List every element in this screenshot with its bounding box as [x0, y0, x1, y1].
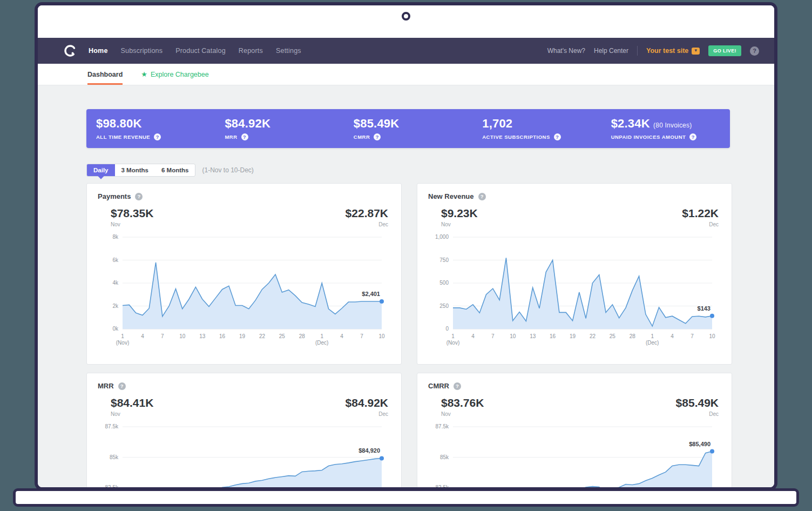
right-stat-label: Dec	[676, 411, 719, 417]
stat-value-main: $2.34K	[611, 117, 650, 130]
right-stat-label: Dec	[346, 221, 388, 227]
nav-link-reports[interactable]: Reports	[239, 47, 263, 55]
stat-label: ALL TIME REVENUE	[96, 134, 150, 140]
stat-value: $84.92K	[225, 117, 343, 131]
help-center-link[interactable]: Help Center	[594, 47, 628, 55]
last-point-dot	[380, 299, 384, 304]
help-question-icon[interactable]: ?	[554, 133, 561, 140]
svg-text:6k: 6k	[112, 257, 119, 263]
stat-value: $85.49K	[354, 117, 472, 131]
active-tab-underline	[87, 83, 123, 85]
stat-label: ACTIVE SUBSCRIPTIONS	[482, 134, 550, 140]
last-point-dot	[380, 456, 384, 460]
svg-text:4: 4	[340, 333, 343, 339]
nav-link-settings[interactable]: Settings	[276, 47, 301, 55]
help-question-icon[interactable]: ?	[241, 133, 248, 140]
time-filter-row: Daily 3 Months 6 Months (1-Nov to 10-Dec…	[86, 164, 730, 177]
stat-value: $98.80K	[96, 117, 215, 131]
help-question-icon[interactable]: ?	[478, 193, 486, 200]
stat-label: UNPAID INVOICES AMOUNT	[611, 134, 686, 140]
filter-3-months-button[interactable]: 3 Months	[115, 164, 155, 176]
screen-top-blank	[38, 5, 774, 38]
svg-text:7: 7	[491, 333, 495, 339]
device-camera-dot	[402, 12, 410, 21]
help-question-icon[interactable]: ?	[454, 382, 461, 390]
site-selector-dropdown[interactable]: Your test site ▼	[646, 47, 700, 55]
card-left-stat: $84.41K Nov	[111, 396, 153, 417]
chart-svg: 02505007501,0001(Nov)47101316192225281(D…	[428, 232, 721, 348]
svg-text:4: 4	[671, 333, 674, 339]
chargebee-logo-icon[interactable]	[64, 44, 77, 57]
whats-new-link[interactable]: What's New?	[547, 47, 585, 55]
card-title: New Revenue	[428, 192, 474, 200]
left-stat-label: Nov	[441, 221, 478, 227]
tab-dashboard-label: Dashboard	[87, 71, 123, 78]
svg-text:2k: 2k	[112, 303, 119, 309]
left-stat-value: $9.23K	[441, 207, 478, 220]
dashboard-content: $98.80K ALL TIME REVENUE ? $84.92K MRR ?…	[38, 85, 774, 490]
selected-pointer	[98, 173, 104, 179]
go-live-button[interactable]: GO LIVE!	[708, 45, 741, 56]
svg-text:(Dec): (Dec)	[315, 340, 328, 346]
device-screen-frame: Home Subscriptions Product Catalog Repor…	[35, 2, 777, 490]
filter-daily-button[interactable]: Daily	[87, 164, 115, 176]
filter-6-months-button[interactable]: 6 Months	[155, 164, 195, 176]
right-stat-label: Dec	[682, 221, 719, 227]
help-question-icon[interactable]: ?	[750, 46, 759, 56]
card-right-stat: $85.49K Dec	[676, 396, 719, 417]
svg-text:28: 28	[630, 333, 636, 339]
chart-svg: 80k82.5k85k87.5k1(Nov)47101316192225281(…	[98, 421, 390, 490]
svg-text:0: 0	[445, 326, 449, 332]
svg-text:7: 7	[360, 333, 363, 339]
svg-text:(Dec): (Dec)	[646, 340, 659, 346]
svg-text:25: 25	[279, 333, 286, 339]
navbar-right-group: What's New? Help Center Your test site ▼…	[547, 45, 759, 56]
nav-link-home[interactable]: Home	[89, 47, 108, 55]
charts-grid: Payments ? $78.35K Nov $22.87K Dec 0k2k4…	[86, 183, 730, 490]
svg-text:28: 28	[299, 333, 306, 339]
card-left-stat: $9.23K Nov	[441, 207, 478, 227]
svg-text:10: 10	[709, 333, 715, 339]
svg-text:7: 7	[691, 333, 694, 339]
stat-cmrr: $85.49K CMRR ?	[344, 117, 472, 140]
svg-text:85k: 85k	[110, 454, 119, 460]
tab-dashboard[interactable]: Dashboard	[87, 64, 123, 85]
left-stat-label: Nov	[441, 411, 484, 417]
payments-card: Payments ? $78.35K Nov $22.87K Dec 0k2k4…	[86, 183, 402, 365]
help-question-icon[interactable]: ?	[154, 133, 161, 140]
svg-text:4: 4	[141, 333, 144, 339]
right-stat-label: Dec	[346, 411, 388, 417]
help-question-icon[interactable]: ?	[689, 133, 696, 140]
svg-text:8k: 8k	[112, 234, 119, 240]
left-stat-value: $78.35K	[111, 207, 153, 220]
right-stat-value: $85.49K	[676, 396, 719, 409]
explore-chargebee-link[interactable]: ★ Explore Chargebee	[141, 70, 208, 78]
last-point-dot	[710, 314, 714, 318]
time-range-segmented-control: Daily 3 Months 6 Months	[86, 164, 195, 177]
nav-link-product-catalog[interactable]: Product Catalog	[175, 47, 226, 55]
help-question-icon[interactable]: ?	[118, 382, 126, 390]
right-stat-value: $22.87K	[346, 207, 388, 220]
cmrr-card: CMRR ? $83.76K Nov $85.49K Dec 80k82.5k8…	[417, 373, 732, 490]
left-stat-label: Nov	[111, 221, 153, 227]
site-name-label: Your test site	[646, 47, 688, 55]
help-question-icon[interactable]: ?	[135, 193, 143, 200]
svg-text:7: 7	[161, 333, 164, 339]
svg-text:25: 25	[610, 333, 616, 339]
payments-area-chart: 0k2k4k6k8k1(Nov)47101316192225281(Dec)47…	[98, 232, 390, 351]
card-right-stat: $1.22K Dec	[682, 207, 719, 227]
card-left-stat: $78.35K Nov	[111, 207, 153, 227]
svg-text:13: 13	[199, 333, 206, 339]
svg-text:250: 250	[439, 303, 449, 309]
last-point-label: $143	[698, 305, 710, 312]
svg-text:13: 13	[530, 333, 536, 339]
help-question-icon[interactable]: ?	[374, 133, 381, 140]
stat-label: MRR	[225, 134, 237, 140]
star-icon: ★	[141, 70, 147, 78]
last-point-label: $85,490	[689, 441, 710, 447]
device-base-bar	[13, 488, 799, 507]
navbar-divider	[637, 46, 638, 56]
nav-link-subscriptions[interactable]: Subscriptions	[121, 47, 163, 55]
card-title: Payments	[98, 192, 131, 200]
svg-text:1,000: 1,000	[435, 234, 449, 240]
